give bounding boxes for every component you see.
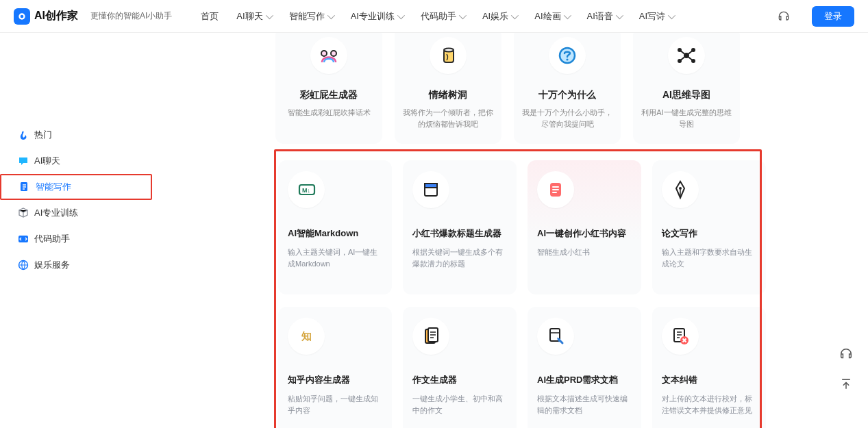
sidebar-label: 娱乐服务 — [34, 259, 70, 271]
nav-label: AI写诗 — [639, 10, 665, 23]
nav-8[interactable]: AI写诗 — [631, 0, 682, 33]
support-icon[interactable] — [776, 9, 791, 24]
cube-icon — [18, 207, 29, 218]
code-icon — [18, 234, 29, 244]
logo-icon — [14, 8, 30, 25]
top-card-1[interactable]: 情绪树洞我将作为一个倾听者，把你的烦恼都告诉我吧 — [395, 27, 501, 144]
top-card-row: 彩虹屁生成器智能生成彩虹屁吹捧话术情绪树洞我将作为一个倾听者，把你的烦恼都告诉我… — [275, 27, 740, 144]
nav-0[interactable]: 首页 — [193, 0, 227, 33]
card-title: 情绪树洞 — [429, 89, 467, 101]
chevron-down-icon — [327, 11, 334, 18]
nav-7[interactable]: AI语音 — [579, 0, 630, 33]
sidebar-item-0[interactable]: 热门 — [0, 122, 152, 148]
card-title: AI思维导图 — [662, 89, 710, 101]
sidebar-label: AI聊天 — [34, 155, 60, 167]
svg-point-1 — [21, 14, 24, 18]
login-button[interactable]: 登录 — [812, 6, 854, 27]
note-icon — [537, 171, 574, 208]
nav-label: AI语音 — [587, 10, 613, 23]
card-desc: 输入主题和字数要求自动生成论文 — [662, 247, 756, 270]
grid-card-0[interactable]: AI智能Markdown输入主题关键词，AI一键生成Markdown — [278, 160, 392, 294]
nav-2[interactable]: 智能写作 — [281, 0, 341, 33]
card-title: 作文生成器 — [412, 374, 507, 386]
nav-label: 智能写作 — [289, 10, 325, 23]
nav-4[interactable]: 代码助手 — [412, 0, 473, 33]
grid-card-7[interactable]: 文本纠错对上传的文本进行校对，标注错误文本并提供修正意见 — [652, 307, 766, 428]
correct-icon — [662, 318, 699, 355]
brand-name: AI创作家 — [34, 9, 78, 23]
card-title: 文本纠错 — [662, 374, 756, 386]
card-desc: 利用AI一键生成完整的思维导图 — [641, 107, 732, 129]
card-desc: 输入主题关键词，AI一键生成Markdown — [288, 247, 382, 270]
chevron-down-icon — [616, 11, 623, 18]
card-desc: 智能生成彩虹屁吹捧话术 — [288, 107, 371, 118]
sidebar-item-4[interactable]: 代码助手 — [0, 226, 152, 252]
nav-label: AI专业训练 — [351, 10, 395, 23]
floating-tools — [836, 344, 856, 394]
card-title: 论文写作 — [662, 227, 756, 240]
sidebar-item-3[interactable]: AI专业训练 — [0, 200, 152, 226]
grid-card-1[interactable]: 小红书爆款标题生成器根据关键词一键生成多个有爆款潜力的标题 — [403, 160, 517, 294]
grid-card-2[interactable]: AI一键创作小红书内容智能生成小红书 — [528, 160, 641, 294]
sidebar-label: 智能写作 — [36, 181, 71, 193]
nav-label: AI娱乐 — [482, 10, 508, 23]
sidebar-label: AI专业训练 — [34, 207, 78, 219]
card-title: AI智能Markdown — [288, 227, 382, 240]
card-title: 知乎内容生成器 — [288, 374, 382, 386]
grid-card-6[interactable]: AI生成PRD需求文档根据文本描述生成可快速编辑的需求文档 — [528, 307, 641, 428]
sidebar: 热门AI聊天智能写作AI专业训练代码助手娱乐服务 — [0, 33, 152, 428]
nav-6[interactable]: AI绘画 — [526, 0, 577, 33]
header: AI创作家 更懂你的智能AI小助手 首页AI聊天智能写作AI专业训练代码助手AI… — [0, 0, 868, 33]
main-content: 彩虹屁生成器智能生成彩虹屁吹捧话术情绪树洞我将作为一个倾听者，把你的烦恼都告诉我… — [152, 33, 868, 428]
card-desc: 我将作为一个倾听者，把你的烦恼都告诉我吧 — [403, 107, 493, 129]
card-title: 十万个为什么 — [538, 89, 596, 101]
nav-label: 代码助手 — [421, 10, 456, 23]
chevron-down-icon — [563, 11, 571, 18]
nav-label: AI绘画 — [534, 10, 560, 23]
card-title: AI一键创作小红书内容 — [537, 227, 632, 240]
card-title: 小红书爆款标题生成器 — [412, 227, 507, 240]
doc-icon — [19, 181, 30, 192]
chevron-down-icon — [668, 11, 675, 18]
nav-label: 首页 — [201, 10, 219, 23]
tagline: 更懂你的智能AI小助手 — [90, 10, 172, 22]
chevron-down-icon — [511, 11, 519, 18]
sidebar-item-2[interactable]: 智能写作 — [0, 174, 152, 200]
window-icon — [412, 171, 449, 208]
zhi-icon — [288, 318, 325, 355]
card-desc: 根据关键词一键生成多个有爆款潜力的标题 — [412, 247, 507, 270]
brand-group[interactable]: AI创作家 — [14, 8, 78, 25]
chevron-down-icon — [265, 11, 273, 18]
nav-3[interactable]: AI专业训练 — [343, 0, 411, 33]
sidebar-item-5[interactable]: 娱乐服务 — [0, 252, 152, 278]
chat-icon — [18, 155, 29, 166]
sidebar-label: 热门 — [34, 129, 52, 141]
grid-card-3[interactable]: 论文写作输入主题和字数要求自动生成论文 — [652, 160, 766, 294]
top-card-3[interactable]: AI思维导图利用AI一键生成完整的思维导图 — [633, 27, 740, 144]
nav-1[interactable]: AI聊天 — [228, 0, 279, 33]
rainbow-icon — [310, 37, 347, 74]
nav-5[interactable]: AI娱乐 — [474, 0, 525, 33]
globe-icon — [18, 260, 29, 270]
chevron-down-icon — [459, 11, 467, 18]
prd-icon — [537, 318, 574, 355]
support-float-icon[interactable] — [836, 344, 856, 364]
md-icon — [288, 171, 325, 208]
grid-card-4[interactable]: 知乎内容生成器粘贴知乎问题，一键生成知乎内容 — [278, 307, 392, 428]
back-to-top-icon[interactable] — [836, 375, 856, 394]
sidebar-item-1[interactable]: AI聊天 — [0, 148, 152, 174]
mindmap-icon — [668, 37, 705, 74]
essay-icon — [412, 318, 449, 355]
card-title: AI生成PRD需求文档 — [537, 374, 632, 386]
card-desc: 对上传的文本进行校对，标注错误文本并提供修正意见 — [662, 393, 756, 416]
sidebar-label: 代码助手 — [34, 233, 70, 245]
card-desc: 我是十万个为什么小助手，尽管向我提问吧 — [522, 107, 612, 129]
cup-icon — [430, 37, 467, 74]
grid-card-5[interactable]: 作文生成器一键生成小学生、初中和高中的作文 — [403, 307, 517, 428]
top-nav: 首页AI聊天智能写作AI专业训练代码助手AI娱乐AI绘画AI语音AI写诗 — [193, 0, 682, 33]
flame-icon — [18, 129, 29, 140]
pen-icon — [662, 171, 699, 208]
top-card-2[interactable]: 十万个为什么我是十万个为什么小助手，尽管向我提问吧 — [514, 27, 621, 144]
top-card-0[interactable]: 彩虹屁生成器智能生成彩虹屁吹捧话术 — [275, 27, 382, 144]
card-desc: 根据文本描述生成可快速编辑的需求文档 — [537, 393, 632, 416]
